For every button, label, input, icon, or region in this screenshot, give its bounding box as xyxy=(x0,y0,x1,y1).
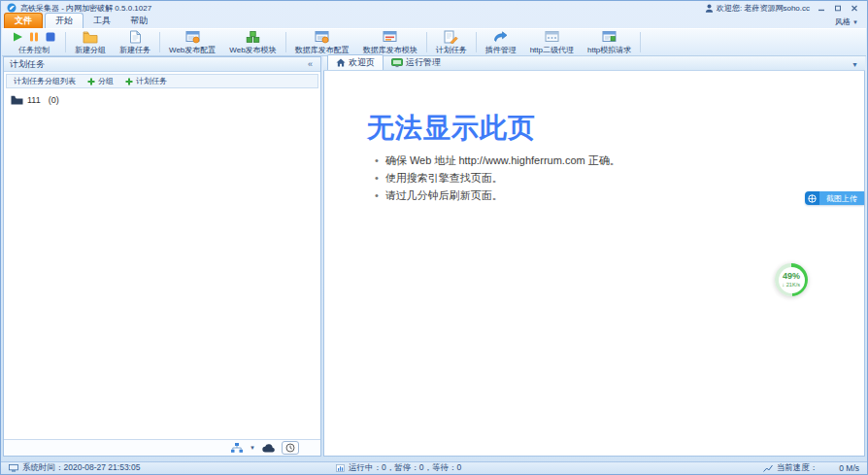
chevron-down-icon: ▼ xyxy=(852,19,858,25)
home-icon xyxy=(336,58,346,67)
error-page-title: 无法显示此页 xyxy=(367,110,536,147)
http-request-button[interactable]: http模拟请求 xyxy=(581,29,638,55)
run-stats: 运行中：0，暂停：0，等待：0 xyxy=(336,462,461,474)
tab-welcome-page[interactable]: 欢迎页 xyxy=(327,54,384,70)
welcome-user: 欢迎您: 老薛资源网soho.cc xyxy=(705,3,810,14)
tab-tools[interactable]: 工具 xyxy=(83,14,120,28)
user-icon xyxy=(705,4,714,13)
tab-home[interactable]: 开始 xyxy=(45,13,83,28)
download-progress-ring: 49% ↓ 21K/s xyxy=(775,263,808,296)
schedule-task-button[interactable]: 计划任务 xyxy=(429,29,474,55)
task-control-group: 任务控制 xyxy=(5,29,63,55)
monitor-icon xyxy=(391,58,403,68)
tab-run-management[interactable]: 运行管理 xyxy=(384,55,449,70)
db-publish-module-button[interactable]: 数据库发布模块 xyxy=(356,29,424,55)
ribbon-separator xyxy=(426,32,427,52)
http-proxy-icon xyxy=(545,30,559,44)
schedule-group-toolbar: 计划任务分组列表 分组 计划任务 xyxy=(6,74,318,88)
button-label: 计划任务 xyxy=(436,45,467,55)
ribbon-separator xyxy=(285,32,286,52)
error-tips-list: 确保 Web 地址 http://www.highferrum.com 正确。 … xyxy=(375,154,620,207)
web-publish-config-button[interactable]: Web发布配置 xyxy=(162,29,222,55)
schedule-task-icon xyxy=(444,30,458,44)
plus-icon xyxy=(125,78,133,85)
clock-icon xyxy=(285,443,295,453)
web-publish-module-button[interactable]: Web发布模块 xyxy=(222,29,283,55)
aperture-icon xyxy=(805,191,819,205)
start-task-button[interactable] xyxy=(11,30,24,44)
button-label: http二级代理 xyxy=(530,45,574,55)
new-group-button[interactable]: 新建分组 xyxy=(68,29,113,55)
task-control-buttons xyxy=(11,30,57,44)
close-button[interactable] xyxy=(848,3,861,13)
maximize-button[interactable] xyxy=(831,3,845,13)
http-proxy-button[interactable]: http二级代理 xyxy=(523,29,581,55)
button-label: 新建分组 xyxy=(75,45,106,55)
new-task-icon xyxy=(129,30,142,44)
db-publish-config-button[interactable]: 数据库发布配置 xyxy=(288,29,356,55)
minimize-icon xyxy=(818,5,825,12)
ribbon-separator xyxy=(159,32,160,52)
progress-inner: 49% ↓ 21K/s xyxy=(779,267,805,293)
button-label: 新建任务 xyxy=(119,45,150,55)
panel-collapse-button[interactable]: « xyxy=(306,59,315,69)
pause-task-button[interactable] xyxy=(27,30,41,44)
button-label: 插件管理 xyxy=(485,45,517,55)
computer-icon xyxy=(9,464,18,472)
cloud-icon xyxy=(262,444,275,453)
cloud-button[interactable] xyxy=(262,444,275,453)
error-tip: 确保 Web 地址 http://www.highferrum.com 正确。 xyxy=(375,154,620,166)
ribbon-separator xyxy=(65,32,66,52)
window-controls xyxy=(815,3,861,13)
add-group-button[interactable]: 分组 xyxy=(87,76,114,86)
task-control-label: 任务控制 xyxy=(18,45,50,55)
http-request-icon xyxy=(602,30,617,44)
error-tip: 使用搜索引擎查找页面。 xyxy=(375,172,620,184)
add-task-label: 计划任务 xyxy=(136,76,167,86)
welcome-text: 欢迎您: 老薛资源网soho.cc xyxy=(717,3,810,14)
group-view-button[interactable] xyxy=(231,443,243,453)
schedule-group-tree: 111 (0) xyxy=(4,90,320,439)
window-title: 高铁采集器 - 内网加密破解 0.5.0.1027 xyxy=(20,3,151,14)
signal-icon xyxy=(763,464,773,472)
screenshot-upload-badge[interactable]: 截图上传 xyxy=(805,191,864,205)
statusbar: 系统时间：2020-08-27 21:53:05 运行中：0，暂停：0，等待：0… xyxy=(1,461,867,474)
tree-item[interactable]: 111 (0) xyxy=(11,95,314,105)
panel-title: 计划任务 xyxy=(10,58,45,71)
tab-list-dropdown[interactable]: ▼ xyxy=(849,61,861,70)
panel-footer-toolbar: ▼ xyxy=(4,439,320,456)
ribbon-separator xyxy=(476,32,477,52)
sitemap-icon xyxy=(231,443,243,453)
welcome-page-content: 无法显示此页 确保 Web 地址 http://www.highferrum.c… xyxy=(323,71,865,457)
plus-icon xyxy=(87,78,95,85)
error-tip: 请过几分钟后刷新页面。 xyxy=(375,189,620,201)
tab-help[interactable]: 帮助 xyxy=(120,14,157,28)
tab-file[interactable]: 文件 xyxy=(4,13,43,28)
chevron-down-icon[interactable]: ▼ xyxy=(250,445,255,451)
ribbon-separator xyxy=(640,32,641,52)
app-logo-icon xyxy=(7,3,17,13)
style-dropdown-button[interactable]: 风格 ▼ xyxy=(829,16,864,28)
plugin-manager-button[interactable]: 插件管理 xyxy=(479,29,523,55)
document-tabbar: 欢迎页 运行管理 ▼ xyxy=(323,56,865,71)
minimize-button[interactable] xyxy=(815,3,828,13)
schedule-clock-button[interactable] xyxy=(282,441,299,455)
speed-label: 当前速度： xyxy=(777,462,818,474)
ribbon-toolbar: 任务控制 新建分组 新建任务 Web发布配置 Web发布模块 xyxy=(2,28,866,56)
progress-speed: ↓ 21K/s xyxy=(783,281,801,287)
progress-percent: 49% xyxy=(783,272,800,281)
add-schedule-task-button[interactable]: 计划任务 xyxy=(125,76,167,86)
button-label: http模拟请求 xyxy=(587,45,631,55)
web-publish-module-icon xyxy=(246,30,260,44)
play-icon xyxy=(12,31,23,43)
new-task-button[interactable]: 新建任务 xyxy=(113,29,157,55)
system-time-text: 系统时间：2020-08-27 21:53:05 xyxy=(22,462,140,474)
stop-task-button[interactable] xyxy=(44,30,57,44)
maximize-icon xyxy=(834,5,842,12)
group-list-label: 计划任务分组列表 xyxy=(14,76,76,86)
schedule-panel-header: 计划任务 « xyxy=(4,57,320,72)
tab-label: 运行管理 xyxy=(406,56,441,69)
new-group-folder-icon xyxy=(83,30,98,44)
stop-icon xyxy=(45,31,56,43)
button-label: Web发布配置 xyxy=(169,45,216,55)
